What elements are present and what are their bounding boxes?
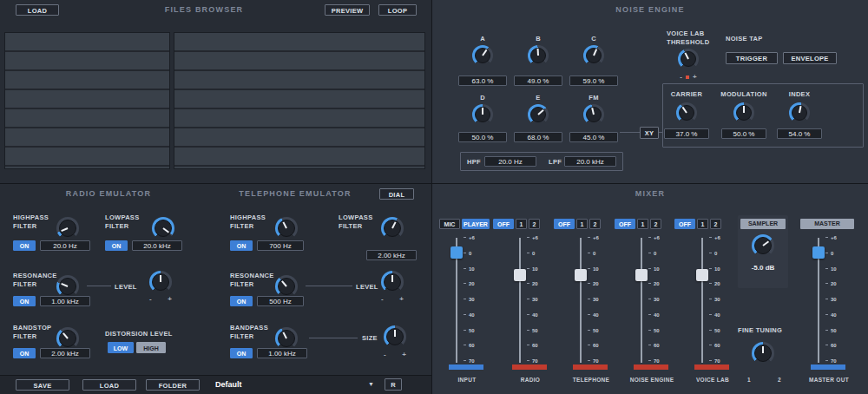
master-fader-handle[interactable] xyxy=(812,246,825,259)
knob-d-value[interactable]: 50.0 % xyxy=(458,132,507,142)
save-preset-button[interactable]: SAVE xyxy=(16,379,69,391)
dial-button[interactable]: DIAL xyxy=(379,188,414,200)
voice-lab-threshold-knob[interactable] xyxy=(678,49,699,69)
radio-fader[interactable]: +6010203040506070 xyxy=(511,238,549,370)
carrier-value[interactable]: 37.0 % xyxy=(664,128,709,139)
knob-c[interactable] xyxy=(583,45,604,66)
noise-fader-handle[interactable] xyxy=(635,269,648,281)
knob-fm-value[interactable]: 45.0 % xyxy=(569,132,618,142)
noise-fader[interactable]: +6010203040506070 xyxy=(633,238,671,370)
index-value[interactable]: 54.0 % xyxy=(777,128,822,139)
modulation-knob[interactable] xyxy=(733,102,754,123)
tel-bandpass-knob[interactable] xyxy=(275,327,298,350)
threshold-range-indicator: - + xyxy=(671,73,706,81)
radio-bandstop-on-button[interactable]: ON xyxy=(13,348,36,358)
radio-lowpass-knob[interactable] xyxy=(152,217,174,240)
lpf-value[interactable]: 20.0 kHz xyxy=(564,156,616,167)
tel-highpass-value[interactable]: 700 Hz xyxy=(257,240,304,251)
knob-a[interactable] xyxy=(472,45,493,66)
tel-bandpass-value[interactable]: 1.00 kHz xyxy=(257,348,307,358)
tel-size-knob[interactable] xyxy=(384,325,406,348)
loop-button[interactable]: LOOP xyxy=(378,4,417,16)
preset-reset-button[interactable]: R xyxy=(385,378,402,391)
master-fader[interactable]: +6010203040506070 xyxy=(810,238,848,370)
envelope-button[interactable]: ENVELOPE xyxy=(783,52,837,64)
radio-off-button[interactable]: OFF xyxy=(493,219,514,229)
knob-a-value[interactable]: 63.0 % xyxy=(458,76,507,86)
radio-resonance-knob[interactable] xyxy=(56,275,79,298)
noise-fader-track[interactable] xyxy=(641,238,642,363)
noise-off-button[interactable]: OFF xyxy=(615,219,635,229)
tel-lowpass-value[interactable]: 2.00 kHz xyxy=(366,250,417,260)
telephone-fader-handle[interactable] xyxy=(575,269,587,281)
input-fader[interactable]: +6010203040506070 xyxy=(448,238,486,370)
radio-bandstop-value[interactable]: 2.00 kHz xyxy=(40,348,90,358)
tel-bandpass-on-button[interactable]: ON xyxy=(230,348,253,358)
radio-highpass-on-button[interactable]: ON xyxy=(13,240,36,251)
xy-connector-line-left xyxy=(620,132,640,133)
telephone-off-button[interactable]: OFF xyxy=(554,219,575,229)
voicelab-out1-button[interactable]: 1 xyxy=(697,219,708,229)
folder-button[interactable]: FOLDER xyxy=(146,379,200,391)
knob-b-value[interactable]: 49.0 % xyxy=(514,76,562,86)
modulation-value[interactable]: 50.0 % xyxy=(721,128,766,139)
knob-d[interactable] xyxy=(472,104,493,125)
radio-highpass-knob[interactable] xyxy=(56,217,79,240)
telephone-fader-track[interactable] xyxy=(580,238,582,363)
player-button[interactable]: PLAYER xyxy=(462,219,490,229)
radio-resonance-on-button[interactable]: ON xyxy=(13,296,36,306)
carrier-knob[interactable] xyxy=(676,102,697,123)
radio-resonance-value[interactable]: 1.00 kHz xyxy=(40,296,90,306)
fine-tuning-label: FINE TUNING xyxy=(738,326,799,335)
voicelab-fader-track[interactable] xyxy=(701,238,703,363)
voicelab-fader-handle[interactable] xyxy=(696,269,708,281)
preset-dropdown-caret[interactable]: ▼ xyxy=(368,381,374,387)
input-fader-handle[interactable] xyxy=(450,246,463,259)
radio-lowpass-on-button[interactable]: ON xyxy=(105,240,128,251)
knob-fm[interactable] xyxy=(583,104,604,125)
sampler-knob[interactable] xyxy=(752,234,774,257)
telephone-out2-button[interactable]: 2 xyxy=(589,219,601,229)
fine-tuning-knob[interactable] xyxy=(752,342,774,364)
trigger-button[interactable]: TRIGGER xyxy=(726,52,778,64)
knob-e-value[interactable]: 68.0 % xyxy=(514,132,562,142)
noise-out2-button[interactable]: 2 xyxy=(650,219,661,229)
radio-lowpass-value[interactable]: 20.0 kHz xyxy=(132,240,182,251)
knob-c-value[interactable]: 59.0 % xyxy=(569,76,618,86)
xy-button[interactable]: XY xyxy=(640,127,659,139)
sampler-value[interactable]: -5.0 dB xyxy=(738,264,788,272)
distorsion-low-button[interactable]: LOW xyxy=(108,342,134,353)
input-fader-strip xyxy=(449,364,483,370)
distorsion-high-button[interactable]: HIGH xyxy=(136,342,166,353)
radio-out2-button[interactable]: 2 xyxy=(529,219,540,229)
telephone-fader[interactable]: +6010203040506070 xyxy=(572,238,610,370)
radio-level-knob[interactable] xyxy=(149,271,172,293)
tel-level-knob[interactable] xyxy=(381,271,404,293)
radio-bandstop-knob[interactable] xyxy=(56,327,79,350)
knob-e[interactable] xyxy=(528,104,549,125)
telephone-out1-button[interactable]: 1 xyxy=(576,219,588,229)
tel-highpass-knob[interactable] xyxy=(275,217,298,240)
radio-fader-track[interactable] xyxy=(519,238,521,363)
tel-highpass-on-button[interactable]: ON xyxy=(230,240,253,251)
file-list-left[interactable] xyxy=(4,32,170,169)
voicelab-fader[interactable]: +6010203040506070 xyxy=(694,238,732,370)
voicelab-out2-button[interactable]: 2 xyxy=(710,219,721,229)
preview-button[interactable]: PREVIEW xyxy=(325,4,370,16)
noise-out1-button[interactable]: 1 xyxy=(637,219,648,229)
voicelab-off-button[interactable]: OFF xyxy=(674,219,695,229)
tel-lowpass-knob[interactable] xyxy=(381,217,404,240)
radio-out1-button[interactable]: 1 xyxy=(516,219,527,229)
knob-b[interactable] xyxy=(528,45,549,66)
preset-name[interactable]: Default xyxy=(215,380,242,389)
tel-resonance-knob[interactable] xyxy=(275,275,298,298)
index-knob[interactable] xyxy=(789,102,810,123)
radio-highpass-value[interactable]: 20.0 Hz xyxy=(40,240,90,251)
file-list-right[interactable] xyxy=(174,32,425,169)
tel-resonance-value[interactable]: 500 Hz xyxy=(257,296,304,306)
load-preset-button[interactable]: LOAD xyxy=(82,379,136,391)
tel-resonance-on-button[interactable]: ON xyxy=(230,296,253,306)
mic-button[interactable]: MIC xyxy=(439,219,460,229)
hpf-value[interactable]: 20.0 Hz xyxy=(484,156,536,167)
radio-fader-handle[interactable] xyxy=(514,269,526,281)
